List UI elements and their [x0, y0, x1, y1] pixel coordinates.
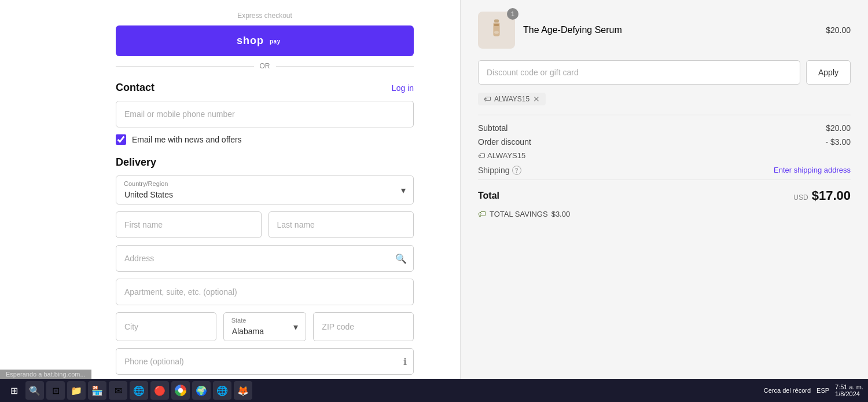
subtotal-value: $20.00: [826, 123, 851, 133]
order-discount-label: Order discount: [478, 137, 531, 147]
savings-value: $3.00: [551, 210, 571, 218]
or-divider: OR: [116, 62, 414, 70]
discount-code-tag: ALWAYS15: [487, 151, 525, 160]
svg-point-4: [494, 31, 499, 34]
state-label: State: [231, 317, 247, 324]
apt-group: [116, 279, 414, 305]
task-view-icon[interactable]: ⊡: [46, 381, 65, 400]
total-amount: USD $17.00: [793, 188, 851, 203]
browser5-icon[interactable]: 🦊: [234, 381, 252, 400]
taskbar: ⊞ 🔍 ⊡ 📁 🏪 ✉ 🌐 🔴 🌍 🌐 🦊 Cerca del récord E…: [0, 379, 868, 402]
chrome-icon[interactable]: [171, 381, 190, 400]
shipping-line: Shipping ? Enter shipping address: [478, 166, 851, 175]
order-summary-panel: 1 The Age-Defying Serum $20.00 Apply 🏷 A…: [460, 0, 868, 402]
svg-rect-3: [494, 24, 499, 26]
taskbar-time: 7:51 a. m. 1/8/2024: [835, 383, 863, 397]
taskbar-icons: 🔍 ⊡ 📁 🏪 ✉ 🌐 🔴 🌍 🌐 🦊: [25, 381, 762, 400]
coupon-tag: 🏷 ALWAYS15 ✕: [478, 93, 546, 105]
delivery-section-header: Delivery: [116, 156, 414, 169]
svg-rect-1: [494, 20, 499, 23]
apt-input[interactable]: [116, 279, 414, 305]
start-button[interactable]: ⊞: [5, 381, 23, 400]
country-label: Country/Region: [124, 180, 168, 187]
product-price: $20.00: [826, 25, 851, 35]
express-checkout-label: Express checkout: [116, 12, 414, 20]
discount-input[interactable]: [478, 60, 800, 85]
contact-title: Contact: [116, 82, 155, 94]
product-row: 1 The Age-Defying Serum $20.00: [478, 12, 851, 49]
savings-row: 🏷 TOTAL SAVINGS $3.00: [478, 209, 851, 218]
email-news-row: Email me with news and offers: [116, 134, 414, 145]
or-text: OR: [260, 62, 270, 70]
taskbar-system-info: Cerca del récord: [764, 387, 811, 394]
taskbar-right: Cerca del récord ESP 7:51 a. m. 1/8/2024: [764, 383, 863, 397]
discount-code-line: 🏷 ALWAYS15: [478, 151, 851, 160]
delivery-section: Delivery Country/Region United States ▾ …: [116, 156, 414, 402]
coupon-remove-button[interactable]: ✕: [533, 95, 540, 103]
shipping-info-icon: ?: [512, 166, 521, 175]
product-image-wrapper: 1: [478, 12, 515, 49]
address-input[interactable]: [116, 245, 414, 272]
status-text: Esperando a bat.bing.com...: [6, 371, 86, 378]
shipping-label-group: Shipping ?: [478, 166, 521, 175]
order-discount-line: Order discount - $3.00: [478, 137, 851, 147]
discount-value: - $3.00: [825, 137, 851, 147]
browser2-icon[interactable]: 🔴: [150, 381, 169, 400]
subtotal-label: Subtotal: [478, 123, 507, 133]
summary-lines: Subtotal $20.00 Order discount - $3.00 🏷…: [478, 115, 851, 175]
mail-icon[interactable]: ✉: [109, 381, 127, 400]
checkout-left-panel: Express checkout shop pay OR Contact Log…: [0, 0, 460, 402]
product-name: The Age-Defying Serum: [523, 25, 818, 35]
total-value: $17.00: [812, 188, 851, 203]
tag-icon: 🏷: [484, 95, 491, 103]
divider-left: [116, 66, 254, 67]
zip-input[interactable]: [313, 312, 414, 341]
discount-row: Apply: [478, 60, 851, 85]
discount-info: Order discount: [478, 137, 531, 147]
phone-input[interactable]: [116, 348, 414, 375]
first-name-input[interactable]: [116, 211, 262, 238]
file-explorer-icon[interactable]: 📁: [67, 381, 86, 400]
divider-right: [276, 66, 414, 67]
total-label: Total: [478, 191, 499, 201]
delivery-title: Delivery: [116, 156, 156, 169]
address-wrapper: 🔍: [116, 245, 414, 272]
contact-section-header: Contact Log in: [116, 82, 414, 94]
apply-button[interactable]: Apply: [806, 60, 851, 85]
search-taskbar-icon[interactable]: 🔍: [25, 381, 44, 400]
shop-pay-logo: shop pay: [237, 35, 293, 47]
phone-wrapper: ℹ: [116, 348, 414, 375]
tag-small-icon: 🏷: [478, 152, 485, 160]
name-row: [116, 211, 414, 238]
status-bar: Esperando a bat.bing.com...: [0, 370, 91, 379]
store-icon[interactable]: 🏪: [88, 381, 106, 400]
state-wrapper: State Alabama ▾: [223, 312, 307, 341]
savings-tag-icon: 🏷: [478, 209, 486, 218]
browser1-icon[interactable]: 🌐: [130, 381, 148, 400]
email-input[interactable]: [116, 101, 414, 127]
product-quantity-badge: 1: [507, 8, 518, 20]
enter-shipping-text: Enter shipping address: [774, 166, 851, 175]
country-wrapper: Country/Region United States ▾: [116, 176, 414, 204]
address-search-icon[interactable]: 🔍: [395, 253, 407, 264]
phone-info-icon: ℹ: [403, 356, 407, 367]
total-currency: USD: [793, 193, 808, 202]
svg-text:pay: pay: [270, 38, 281, 45]
subtotal-line: Subtotal $20.00: [478, 123, 851, 133]
log-in-link[interactable]: Log in: [392, 83, 414, 93]
city-state-zip-row: State Alabama ▾: [116, 312, 414, 341]
city-input[interactable]: [116, 312, 216, 341]
taskbar-language: ESP: [816, 387, 829, 394]
last-name-input[interactable]: [269, 211, 414, 238]
savings-label: TOTAL SAVINGS: [490, 210, 548, 218]
browser4-icon[interactable]: 🌐: [213, 381, 231, 400]
shop-pay-button[interactable]: shop pay: [116, 25, 414, 56]
coupon-code: ALWAYS15: [494, 95, 529, 103]
email-group: [116, 101, 414, 127]
email-news-label: Email me with news and offers: [132, 135, 242, 144]
shipping-label: Shipping: [478, 166, 510, 175]
email-news-checkbox[interactable]: [116, 134, 126, 145]
total-line: Total USD $17.00: [478, 180, 851, 203]
browser3-icon[interactable]: 🌍: [192, 381, 211, 400]
